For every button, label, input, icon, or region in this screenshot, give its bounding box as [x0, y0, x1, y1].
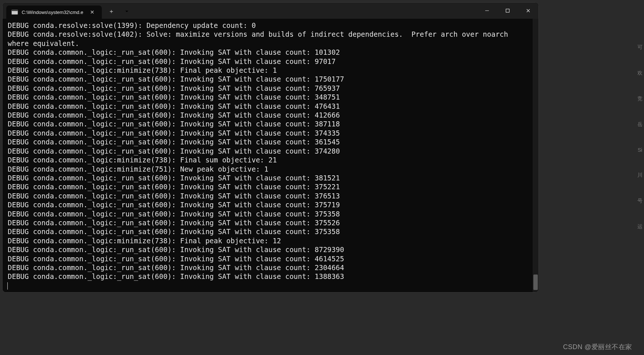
svg-rect-0 [506, 9, 509, 12]
side-hint-strip: 可欢竞岳Si川号运 [636, 0, 644, 355]
new-tab-button[interactable]: ＋ [104, 4, 119, 19]
side-hint-char: 可 [637, 44, 643, 51]
cmd-icon [11, 10, 18, 15]
maximize-button[interactable] [497, 3, 518, 19]
tab-title: C:\Windows\system32\cmd.e [22, 10, 84, 15]
scroll-thumb[interactable] [533, 275, 538, 290]
cursor [7, 282, 8, 290]
terminal-area: DEBUG conda.resolve:solve(1399): Depende… [3, 19, 539, 292]
tab-active[interactable]: C:\Windows\system32\cmd.e ✕ [6, 6, 102, 19]
side-hint-char: 运 [637, 223, 643, 230]
side-hint-char: 号 [637, 198, 643, 204]
terminal-output[interactable]: DEBUG conda.resolve:solve(1399): Depende… [3, 19, 533, 292]
title-bar[interactable]: C:\Windows\system32\cmd.e ✕ ＋ [3, 3, 539, 19]
close-button[interactable] [518, 3, 539, 19]
tab-actions: ＋ [104, 3, 134, 19]
titlebar-spacer[interactable] [134, 3, 477, 19]
tab-dropdown-button[interactable] [119, 4, 134, 19]
side-hint-char: 岳 [637, 121, 643, 128]
side-hint-char: 川 [637, 172, 643, 179]
side-hint-char: 竞 [637, 96, 643, 102]
side-hint-char: 欢 [637, 70, 643, 76]
watermark-text: CSDN @爱丽丝不在家 [563, 343, 632, 351]
window-controls [477, 3, 539, 19]
minimize-button[interactable] [477, 3, 497, 19]
terminal-window: C:\Windows\system32\cmd.e ✕ ＋ DEBUG cond… [2, 2, 539, 293]
tab-close-button[interactable]: ✕ [88, 8, 97, 16]
side-hint-char: Si [638, 147, 642, 153]
scrollbar-vertical[interactable] [533, 19, 539, 292]
